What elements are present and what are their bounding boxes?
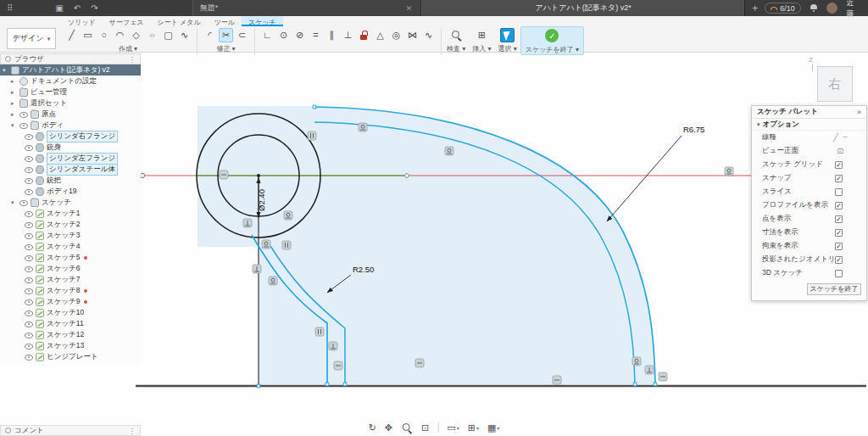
visibility-eye-icon[interactable] [25, 332, 33, 338]
visibility-eye-icon[interactable] [25, 188, 33, 195]
constraint-icon[interactable] [308, 131, 316, 140]
avatar[interactable] [826, 3, 837, 14]
save-icon[interactable]: ▣ [55, 3, 63, 13]
circle-center-point[interactable] [257, 174, 260, 177]
line-icon[interactable]: ╱ [64, 28, 79, 42]
constraint-icon[interactable] [334, 361, 342, 370]
slot-icon[interactable]: ▢ [161, 28, 175, 42]
visibility-eye-icon[interactable] [25, 266, 33, 272]
palette-checkbox[interactable]: ✓ [835, 256, 843, 264]
visibility-eye-icon[interactable] [25, 177, 33, 184]
browser-item[interactable]: スケッチ12 [0, 329, 141, 340]
orbit-icon[interactable]: ↻ [369, 422, 376, 433]
visibility-eye-icon[interactable] [25, 299, 33, 305]
midpoint-constraint-icon[interactable]: △ [373, 28, 387, 42]
modify-menu[interactable]: 修正 ▾ [216, 44, 235, 53]
visibility-eye-icon[interactable] [25, 310, 33, 316]
new-tab-button[interactable]: + [745, 3, 765, 14]
browser-item[interactable]: シリンダ左フランジ [0, 153, 141, 164]
chevron-right-icon[interactable]: ▸ [11, 111, 17, 118]
browser-item[interactable]: スケッチ2 [0, 219, 141, 230]
constraint-icon[interactable] [262, 240, 270, 249]
constraint-icon[interactable] [553, 376, 561, 384]
pan-icon[interactable]: ✥ [385, 422, 392, 433]
browser-item[interactable]: ▸ビュー管理 [0, 87, 141, 98]
browser-item[interactable]: スケッチ8 [0, 285, 141, 296]
sketch-point[interactable] [654, 383, 657, 386]
dimension-label[interactable]: R2.50 [353, 265, 374, 274]
chevron-down-icon[interactable]: ▾ [3, 67, 8, 74]
palette-checkbox[interactable]: ✓ [835, 215, 843, 223]
coincident-constraint-icon[interactable]: ⊙ [276, 28, 291, 42]
concentric-constraint-icon[interactable]: ◎ [389, 28, 403, 42]
fix-lock-constraint-icon[interactable] [357, 28, 371, 42]
constraint-icon[interactable] [659, 372, 667, 381]
visibility-eye-icon[interactable] [25, 232, 33, 239]
chevron-down-icon[interactable]: ▾ [11, 199, 17, 206]
viewport-layout-icon[interactable]: ▦▾ [487, 422, 499, 433]
sketch-point[interactable] [326, 383, 329, 386]
browser-item[interactable]: スケッチ11 [0, 318, 141, 329]
browser-item[interactable]: スケッチ9 [0, 296, 141, 307]
browser-item[interactable]: スケッチ4 [0, 241, 141, 252]
document-tab-untitled[interactable]: 無題* ✕ [192, 0, 422, 16]
inspect-menu[interactable]: 検査 ▾ [447, 44, 465, 53]
browser-item[interactable]: ▸選択セット [0, 98, 141, 109]
panel-collapse-icon[interactable] [5, 56, 11, 62]
palette-checkbox[interactable]: ✓ [835, 229, 843, 237]
ribbon-tab-5[interactable]: スケッチ [242, 16, 283, 26]
visibility-eye-icon[interactable] [25, 277, 33, 283]
panel-options-icon[interactable]: ⋮ [129, 427, 136, 435]
visibility-eye-icon[interactable] [19, 122, 28, 129]
fit-view-icon[interactable]: ⊡ [421, 422, 429, 433]
constraint-icon[interactable] [632, 357, 641, 366]
chevron-right-icon[interactable]: ▸ [11, 100, 17, 107]
browser-item[interactable]: ボディ19 [0, 186, 141, 197]
insert-menu[interactable]: 挿入 ▾ [472, 44, 491, 53]
constraint-icon[interactable] [315, 327, 324, 336]
circle-icon[interactable]: ○ [97, 28, 111, 42]
browser-item[interactable]: スケッチ1 [0, 208, 141, 219]
browser-item[interactable]: スケッチ10 [0, 307, 141, 318]
constraint-icon[interactable] [645, 366, 654, 374]
visibility-eye-icon[interactable] [25, 210, 33, 217]
redo-icon[interactable]: ↷ [91, 3, 97, 13]
constraint-icon[interactable] [415, 359, 424, 367]
browser-header[interactable]: ブラウザ ⋮ [0, 53, 141, 64]
palette-checkbox[interactable]: ✓ [835, 161, 843, 169]
sketch-palette-header[interactable]: スケッチ パレット » [752, 106, 866, 119]
constraint-icon[interactable] [253, 265, 261, 273]
ribbon-tab-4[interactable]: ツール [208, 16, 242, 26]
app-grid-icon[interactable]: ⠿ [7, 3, 13, 13]
browser-item[interactable]: ヒンジプレート [0, 351, 141, 362]
browser-item[interactable]: スケッチ6 [0, 263, 141, 274]
constraint-icon[interactable] [243, 219, 252, 227]
visibility-eye-icon[interactable] [25, 166, 33, 173]
comments-panel-header[interactable]: コメント ⋮ [0, 425, 141, 436]
palette-checkbox[interactable]: ✓ [835, 202, 843, 210]
visibility-eye-icon[interactable] [25, 354, 33, 361]
visibility-eye-icon[interactable] [25, 243, 33, 250]
select-cursor-icon[interactable] [500, 28, 515, 42]
sketch-point[interactable] [343, 383, 347, 386]
ribbon-tab-1[interactable]: ソリッド [61, 16, 103, 26]
visibility-eye-icon[interactable] [25, 133, 33, 140]
undo-icon[interactable]: ↶ [74, 3, 81, 13]
ribbon-tab-2[interactable]: サーフェス [103, 16, 151, 26]
zoom-icon[interactable] [401, 422, 413, 433]
parallel-constraint-icon[interactable]: ∥ [325, 28, 339, 42]
palette-checkbox[interactable] [835, 270, 843, 277]
insert-icon[interactable]: ⊞ [475, 28, 489, 42]
equal-constraint-icon[interactable]: = [309, 28, 323, 42]
constraint-icon[interactable] [284, 211, 292, 220]
panel-expand-icon[interactable]: » [857, 108, 861, 116]
chevron-down-icon[interactable]: ▾ [11, 122, 17, 129]
palette-checkbox[interactable]: ✓ [835, 243, 843, 250]
close-icon[interactable]: ✕ [404, 4, 415, 13]
workspace-switcher-button[interactable]: デザイン▾ [7, 28, 56, 49]
select-menu[interactable]: 選択 ▾ [498, 44, 517, 53]
browser-item[interactable]: ▾アハトアハト(記事ネタ) v2 [0, 64, 141, 75]
constraint-icon[interactable] [329, 342, 337, 350]
notifications-bell-icon[interactable] [810, 3, 819, 13]
finish-sketch-palette-button[interactable]: スケッチを終了 [807, 283, 861, 295]
